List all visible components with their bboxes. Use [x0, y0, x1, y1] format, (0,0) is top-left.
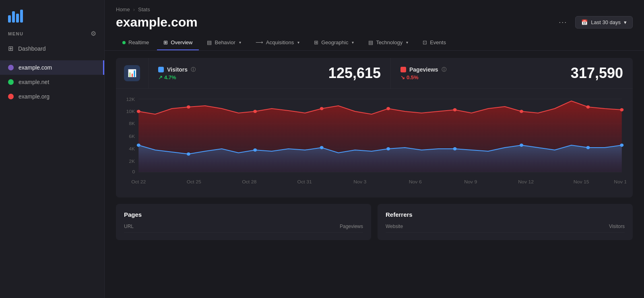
logo-bar-3 [16, 14, 19, 23]
referrers-col-website: Website [386, 224, 403, 229]
visitors-info-icon: ⓘ [191, 66, 196, 73]
menu-label: MENU [8, 31, 23, 36]
realtime-dot [122, 41, 126, 44]
visitors-color [158, 67, 164, 72]
pages-table-header: URL Pageviews [124, 224, 363, 233]
pageviews-dot-9 [620, 108, 623, 111]
arrow-up-icon: ↗ [158, 74, 163, 80]
referrers-card: Referrers Website Visitors [378, 204, 633, 240]
pageviews-dot-1 [137, 110, 140, 113]
visitors-dot-9 [620, 144, 623, 147]
breadcrumb: Home › Stats [116, 6, 633, 12]
tab-acquisitions-label: Acquisitions [266, 39, 294, 45]
events-icon: ⊡ [423, 39, 427, 45]
dashboard-label: Dashboard [18, 45, 46, 52]
stats-icon-area: 📊 [116, 58, 149, 88]
visitors-change: ↗ 4.7% [158, 74, 196, 80]
chart-area: 12K 10K 8K 6K 4K 2K 0 [116, 89, 633, 197]
pageviews-label-area: Pageviews ⓘ ↘ 0.5% [400, 66, 446, 80]
overview-icon: ⊞ [163, 39, 168, 45]
dashboard-icon: ⊞ [8, 45, 13, 52]
svg-text:Oct 25: Oct 25 [187, 179, 201, 184]
chevron-down-icon: ▾ [624, 19, 627, 25]
pageviews-dot-3 [253, 110, 257, 113]
topbar: Home › Stats example.com ··· 📅 Last 30 d… [105, 0, 644, 35]
sidebar-item-dashboard[interactable]: ⊞ Dashboard [0, 41, 104, 56]
pageviews-label: Pageviews ⓘ [400, 66, 446, 73]
tab-technology-label: Technology [376, 39, 402, 45]
pageviews-color [400, 67, 406, 72]
sidebar-site-example-com[interactable]: example.com [0, 60, 104, 75]
tab-overview[interactable]: ⊞ Overview [157, 35, 199, 50]
logo-bar-1 [8, 15, 11, 23]
sidebar-site-example-org[interactable]: example.org [0, 89, 104, 104]
date-range-button[interactable]: 📅 Last 30 days ▾ [575, 16, 633, 29]
pageviews-metric: Pageviews ⓘ ↘ 0.5% 317,590 [391, 58, 633, 88]
svg-text:12K: 12K [126, 97, 135, 102]
svg-text:Nov 3: Nov 3 [353, 179, 366, 184]
header-actions: ··· 📅 Last 30 days ▾ [555, 16, 633, 29]
page-header: example.com ··· 📅 Last 30 days ▾ [116, 15, 633, 30]
settings-icon[interactable]: ⚙ [91, 30, 96, 37]
tab-geographic-label: Geographic [321, 39, 348, 45]
tab-events[interactable]: ⊡ Events [416, 35, 452, 50]
logo-bar-4 [20, 10, 23, 23]
svg-text:Nov 18: Nov 18 [614, 179, 626, 184]
svg-text:Oct 28: Oct 28 [242, 179, 256, 184]
visitors-dot-2 [187, 152, 190, 156]
content-area: 📊 Visitors ⓘ ↗ 4.7% [105, 51, 644, 298]
main-chart: 12K 10K 8K 6K 4K 2K 0 [122, 93, 626, 189]
svg-text:Nov 12: Nov 12 [518, 179, 534, 184]
sidebar: MENU ⚙ ⊞ Dashboard example.com example.n… [0, 0, 105, 298]
behavior-icon: ▤ [207, 39, 212, 45]
tab-behavior-label: Behavior [215, 39, 235, 45]
visitors-dot-3 [253, 148, 257, 152]
calendar-icon: 📅 [581, 19, 588, 25]
visitors-label-area: Visitors ⓘ ↗ 4.7% [158, 66, 196, 80]
site-dot-example-net [8, 79, 14, 85]
svg-text:Oct 22: Oct 22 [131, 179, 146, 184]
menu-header: MENU ⚙ [0, 27, 104, 41]
pages-col-pageviews: Pageviews [340, 224, 363, 229]
pageviews-dot-2 [187, 105, 190, 109]
visitors-dot-8 [586, 146, 590, 149]
acquisitions-chevron: ▾ [297, 40, 299, 45]
geographic-icon: ⊞ [314, 39, 318, 45]
page-title: example.com [116, 15, 198, 30]
logo-bar-2 [12, 11, 15, 23]
sidebar-site-example-net[interactable]: example.net [0, 75, 104, 89]
stats-card: 📊 Visitors ⓘ ↗ 4.7% [116, 58, 633, 197]
tab-realtime[interactable]: Realtime [116, 35, 155, 50]
tab-behavior[interactable]: ▤ Behavior ▾ [200, 35, 247, 50]
site-dot-example-com [8, 65, 14, 70]
sidebar-sites: example.com example.net example.org [0, 60, 104, 104]
logo-area [0, 0, 104, 27]
pages-title: Pages [124, 211, 363, 218]
geographic-chevron: ▾ [352, 40, 354, 45]
tab-events-label: Events [430, 39, 446, 45]
tab-technology[interactable]: ▤ Technology ▾ [362, 35, 415, 50]
referrers-table-header: Website Visitors [386, 224, 625, 233]
svg-text:4K: 4K [129, 146, 135, 151]
tab-acquisitions[interactable]: ⟶ Acquisitions ▾ [249, 35, 306, 50]
svg-text:8K: 8K [129, 121, 135, 126]
pageviews-dot-6 [453, 108, 457, 111]
visitors-dot-6 [453, 147, 457, 150]
more-button[interactable]: ··· [555, 16, 570, 28]
visitors-label: Visitors ⓘ [158, 66, 196, 73]
visitors-dot-7 [520, 144, 523, 147]
svg-text:Nov 6: Nov 6 [409, 179, 422, 184]
tab-geographic[interactable]: ⊞ Geographic ▾ [308, 35, 360, 50]
behavior-chevron: ▾ [239, 40, 241, 45]
visitors-metric: Visitors ⓘ ↗ 4.7% 125,615 [149, 58, 391, 88]
pages-col-url: URL [124, 224, 134, 229]
breadcrumb-home[interactable]: Home [116, 6, 130, 12]
stats-header: 📊 Visitors ⓘ ↗ 4.7% [116, 58, 633, 89]
pageviews-info-icon: ⓘ [442, 66, 446, 73]
site-dot-example-org [8, 94, 14, 99]
technology-chevron: ▾ [406, 40, 408, 45]
svg-text:Nov 15: Nov 15 [574, 179, 589, 184]
pageviews-dot-7 [520, 110, 523, 113]
pageviews-dot-5 [386, 107, 390, 110]
nav-tabs: Realtime ⊞ Overview ▤ Behavior ▾ ⟶ Acqui… [105, 35, 644, 51]
